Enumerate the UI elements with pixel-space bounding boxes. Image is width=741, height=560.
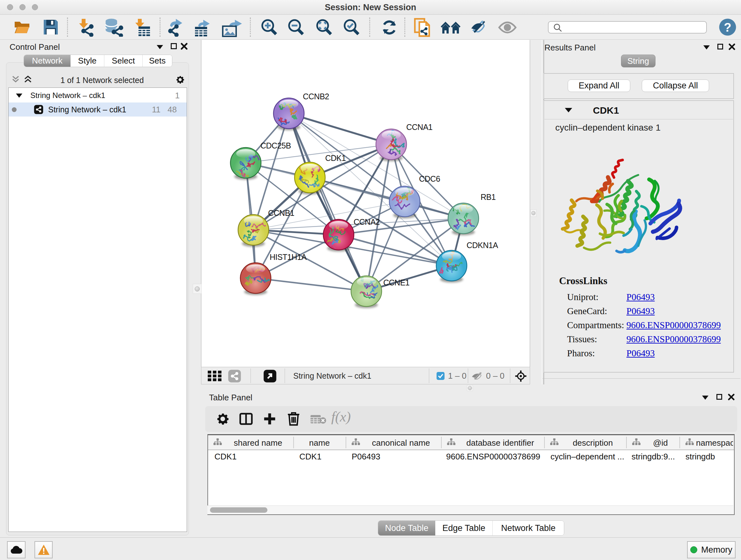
svg-text:CCNE1: CCNE1 [383, 278, 409, 287]
svg-text:CCNA2: CCNA2 [354, 217, 380, 226]
svg-text:HIST1H1A: HIST1H1A [270, 253, 307, 261]
svg-text:?: ? [724, 20, 731, 34]
svg-text:CCNB2: CCNB2 [303, 92, 329, 101]
svg-text:CDKN1A: CDKN1A [467, 241, 498, 250]
svg-text:RB1: RB1 [481, 192, 495, 201]
svg-text:CDK1: CDK1 [325, 153, 346, 163]
svg-text:CCNA1: CCNA1 [406, 123, 432, 132]
svg-text:CDC6: CDC6 [419, 174, 440, 183]
svg-text:CDC25B: CDC25B [260, 141, 291, 150]
svg-text:CCNB1: CCNB1 [268, 208, 294, 217]
